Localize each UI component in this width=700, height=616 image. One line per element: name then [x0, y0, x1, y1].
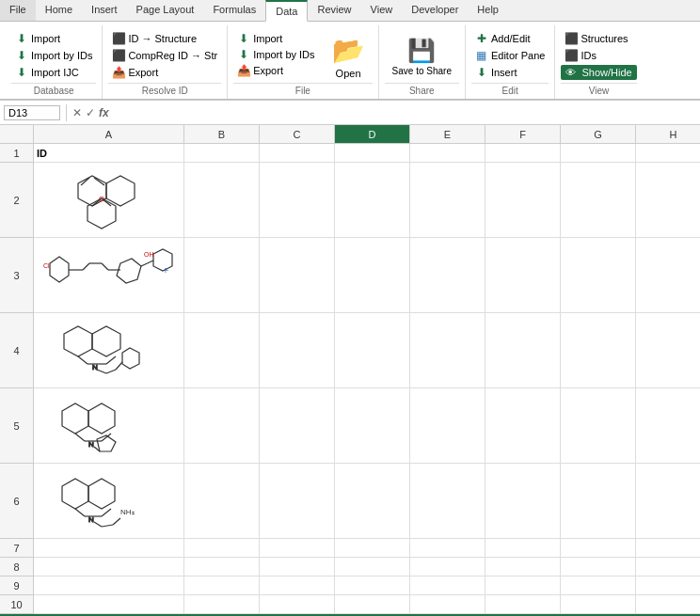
cell-b7[interactable]	[184, 539, 260, 558]
tab-insert[interactable]: Insert	[82, 0, 127, 21]
structures-button[interactable]: ⬛ Structures	[561, 31, 636, 46]
cell-d2[interactable]	[335, 163, 410, 238]
cell-g10[interactable]	[561, 595, 636, 614]
save-to-share-button[interactable]: 💾 Save to Share	[385, 34, 459, 80]
cell-a2[interactable]: O	[34, 163, 184, 238]
cell-c2[interactable]	[260, 163, 335, 238]
cell-e3[interactable]	[410, 238, 485, 313]
cell-h8[interactable]	[636, 558, 700, 577]
cell-g6[interactable]	[561, 464, 636, 539]
cell-h9[interactable]	[636, 577, 700, 595]
cell-f3[interactable]	[485, 238, 561, 313]
cell-c4[interactable]	[260, 313, 335, 388]
cell-h4[interactable]	[636, 313, 700, 388]
cell-h2[interactable]	[636, 163, 700, 238]
cell-d9[interactable]	[335, 577, 410, 595]
col-header-f[interactable]: F	[485, 125, 561, 144]
insert-button[interactable]: ⬇ Insert	[471, 65, 549, 80]
cell-g7[interactable]	[561, 539, 636, 558]
cell-f7[interactable]	[485, 539, 561, 558]
tab-developer[interactable]: Developer	[402, 0, 468, 21]
cell-f6[interactable]	[485, 464, 561, 539]
tab-home[interactable]: Home	[36, 0, 82, 21]
cell-a8[interactable]	[34, 558, 184, 577]
cell-h10[interactable]	[636, 595, 700, 614]
cell-a3[interactable]: Cl OH F	[34, 238, 184, 313]
cell-c5[interactable]	[260, 388, 335, 464]
cell-c8[interactable]	[260, 558, 335, 577]
formula-input[interactable]	[113, 106, 696, 119]
cell-f1[interactable]	[485, 144, 561, 163]
cell-b6[interactable]	[184, 464, 260, 539]
cell-g8[interactable]	[561, 558, 636, 577]
import-button[interactable]: ⬇ Import	[11, 31, 96, 46]
row-header-7[interactable]: 7	[0, 539, 34, 558]
confirm-formula-icon[interactable]: ✓	[86, 106, 95, 119]
cell-e8[interactable]	[410, 558, 485, 577]
cell-b8[interactable]	[184, 558, 260, 577]
cell-e9[interactable]	[410, 577, 485, 595]
cell-g4[interactable]	[561, 313, 636, 388]
cell-h1[interactable]	[636, 144, 700, 163]
cell-d10[interactable]	[335, 595, 410, 614]
cell-e2[interactable]	[410, 163, 485, 238]
cell-c10[interactable]	[260, 595, 335, 614]
row-header-9[interactable]: 9	[0, 577, 34, 595]
col-header-b[interactable]: B	[184, 125, 260, 144]
cell-b4[interactable]	[184, 313, 260, 388]
cell-g3[interactable]	[561, 238, 636, 313]
tab-page-layout[interactable]: Page Layout	[127, 0, 204, 21]
tab-review[interactable]: Review	[308, 0, 360, 21]
tab-help[interactable]: Help	[468, 0, 508, 21]
cell-e10[interactable]	[410, 595, 485, 614]
tab-data[interactable]: Data	[265, 0, 308, 22]
file-import-button[interactable]: ⬇ Import	[233, 31, 318, 46]
cell-a6[interactable]: N NH₂	[34, 464, 184, 539]
cell-h5[interactable]	[636, 388, 700, 464]
cell-e4[interactable]	[410, 313, 485, 388]
row-header-3[interactable]: 3	[0, 238, 34, 313]
cell-b10[interactable]	[184, 595, 260, 614]
cell-b9[interactable]	[184, 577, 260, 595]
cell-f9[interactable]	[485, 577, 561, 595]
row-header-8[interactable]: 8	[0, 558, 34, 577]
cell-e5[interactable]	[410, 388, 485, 464]
col-header-a[interactable]: A	[34, 125, 184, 144]
add-edit-button[interactable]: ✚ Add/Edit	[471, 31, 549, 46]
tab-file[interactable]: File	[0, 0, 36, 21]
cell-d7[interactable]	[335, 539, 410, 558]
cell-d6[interactable]	[335, 464, 410, 539]
col-header-c[interactable]: C	[260, 125, 335, 144]
col-header-h[interactable]: H	[636, 125, 700, 144]
cell-d5[interactable]	[335, 388, 410, 464]
cell-e6[interactable]	[410, 464, 485, 539]
cell-c6[interactable]	[260, 464, 335, 539]
tab-view[interactable]: View	[361, 0, 403, 21]
cell-g5[interactable]	[561, 388, 636, 464]
name-box[interactable]	[4, 105, 60, 120]
editor-pane-button[interactable]: ▦ Editor Pane	[471, 48, 549, 63]
cell-f2[interactable]	[485, 163, 561, 238]
ids-button[interactable]: ⬛ IDs	[561, 48, 636, 63]
cell-d1[interactable]	[335, 144, 410, 163]
id-to-structure-button[interactable]: ⬛ ID → Structure	[108, 31, 221, 46]
col-header-d[interactable]: D	[335, 125, 410, 144]
col-header-g[interactable]: G	[561, 125, 636, 144]
file-import-by-ids-button[interactable]: ⬇ Import by IDs	[233, 47, 318, 62]
import-ijc-button[interactable]: ⬇ Import IJC	[11, 65, 96, 80]
cell-c7[interactable]	[260, 539, 335, 558]
show-hide-button[interactable]: 👁 Show/Hide	[561, 65, 636, 80]
row-header-6[interactable]: 6	[0, 464, 34, 539]
row-header-2[interactable]: 2	[0, 163, 34, 238]
compreg-id-to-str-button[interactable]: ⬛ CompReg ID → Str	[108, 48, 221, 63]
cell-f8[interactable]	[485, 558, 561, 577]
cell-e7[interactable]	[410, 539, 485, 558]
cell-b1[interactable]	[184, 144, 260, 163]
col-header-e[interactable]: E	[410, 125, 485, 144]
cell-f10[interactable]	[485, 595, 561, 614]
row-header-1[interactable]: 1	[0, 144, 34, 163]
tab-formulas[interactable]: Formulas	[203, 0, 265, 21]
row-header-4[interactable]: 4	[0, 313, 34, 388]
cell-a9[interactable]	[34, 577, 184, 595]
cell-b5[interactable]	[184, 388, 260, 464]
